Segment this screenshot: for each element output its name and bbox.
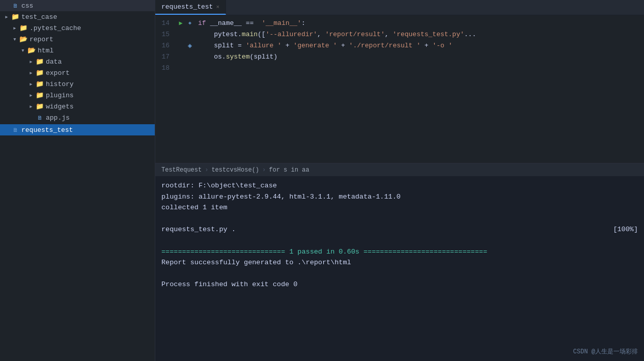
code-content-17: os.system(split): [194, 53, 644, 61]
file-icon: 🗎: [36, 114, 44, 122]
expand-arrow-icon: ▾: [11, 36, 18, 43]
folder-icon: 📁: [36, 69, 44, 77]
breadcrumb-bar: TestRequest › testcvsHose() › for s in a…: [155, 163, 644, 176]
line-number-14: 14: [155, 19, 176, 27]
sidebar-item-report[interactable]: ▾ 📂 report: [0, 34, 155, 45]
code-editor: 14 ▶ ◈ if __name__ == '__main__': 15 pyt…: [155, 15, 644, 163]
folder-icon: 📁: [36, 102, 44, 110]
code-line-15: 15 pytest.main(['--alluredir', 'report/r…: [155, 29, 644, 40]
expand-arrow-icon: ▾: [19, 47, 26, 54]
line-number-18: 18: [155, 64, 176, 72]
breadcrumb-sep-2: ›: [262, 166, 266, 174]
breadcrumb-item-1[interactable]: TestRequest: [161, 166, 202, 174]
folder-icon: 📁: [19, 24, 27, 32]
folder-icon: 📁: [36, 80, 44, 88]
folder-icon: 📁: [36, 58, 44, 66]
folder-icon: 📁: [11, 13, 19, 21]
sidebar-item-label: requests_test: [21, 126, 73, 134]
line-number-15: 15: [155, 31, 176, 38]
sidebar-item-html[interactable]: ▾ 📂 html: [0, 45, 155, 56]
collapse-arrow-icon: ▸: [3, 13, 10, 20]
line-number-17: 17: [155, 53, 176, 61]
folder-icon: 📁: [36, 91, 44, 99]
line-number-16: 16: [155, 42, 176, 49]
sidebar-item-css[interactable]: 🗎 css: [0, 0, 155, 11]
terminal-line-5: requests_test.py .[100%]: [161, 224, 638, 235]
sidebar-file-tree: 🗎 css ▸ 📁 test_case ▸ 📁 .pytest_cache ▾ …: [0, 0, 155, 135]
main-content: requests_test × 14 ▶ ◈ if __name__ == '_…: [155, 0, 644, 361]
sidebar-item-label: html: [38, 47, 53, 54]
spacer-icon: [3, 126, 10, 133]
code-lines: 14 ▶ ◈ if __name__ == '__main__': 15 pyt…: [155, 15, 644, 75]
sidebar-item-label: export: [46, 69, 70, 77]
sidebar-item-label: plugins: [46, 92, 74, 99]
terminal-line-6: [161, 235, 638, 246]
sidebar-item-label: widgets: [46, 103, 74, 110]
code-content-16: split = 'allure ' + 'generate ' + './rep…: [194, 42, 644, 49]
breadcrumb-item-3[interactable]: for s in aa: [269, 166, 309, 174]
run-button[interactable]: ▶: [179, 19, 182, 27]
bookmark-icon-14: ◈: [186, 20, 194, 26]
sidebar: 🗎 css ▸ 📁 test_case ▸ 📁 .pytest_cache ▾ …: [0, 0, 155, 361]
code-line-16: 16 ◈ split = 'allure ' + 'generate ' + '…: [155, 40, 644, 51]
collapse-arrow-icon: ▸: [27, 80, 35, 88]
terminal-line-3: collected 1 item: [161, 202, 638, 213]
file-icon: 🗎: [11, 2, 19, 10]
collapse-arrow-icon: ▸: [11, 24, 18, 32]
code-content-14: if __name__ == '__main__':: [194, 19, 644, 27]
collapse-arrow-icon: ▸: [27, 103, 35, 110]
sidebar-item-plugins[interactable]: ▸ 📁 plugins: [0, 90, 155, 101]
tab-label: requests_test: [161, 3, 213, 11]
sidebar-item-label: .pytest_cache: [30, 24, 81, 32]
collapse-arrow-icon: ▸: [27, 69, 35, 76]
terminal-line-10: Process finished with exit code 0: [161, 279, 638, 290]
sidebar-item-requests-test[interactable]: 🗎 requests_test: [0, 124, 155, 135]
sidebar-item-history[interactable]: ▸ 📁 history: [0, 78, 155, 90]
line-gutter-14[interactable]: ▶: [176, 19, 186, 27]
sidebar-item-test-case[interactable]: ▸ 📁 test_case: [0, 11, 155, 22]
sidebar-item-label: report: [30, 36, 53, 43]
code-content-15: pytest.main(['--alluredir', 'report/resu…: [194, 31, 644, 38]
terminal-line-9: [161, 268, 638, 280]
sidebar-item-export[interactable]: ▸ 📁 export: [0, 67, 155, 78]
sidebar-item-label: data: [46, 58, 62, 66]
breadcrumb-item-2[interactable]: testcvsHose(): [211, 166, 259, 174]
code-line-17: 17 os.system(split): [155, 51, 644, 62]
terminal-line-2: plugins: allure-pytest-2.9.44, html-3.1.…: [161, 191, 638, 203]
folder-open-icon: 📂: [27, 46, 36, 54]
sidebar-item-label: history: [46, 80, 74, 88]
code-line-18: 18: [155, 62, 644, 73]
folder-open-icon: 📂: [19, 35, 27, 43]
tab-close-button[interactable]: ×: [216, 4, 219, 10]
tab-bar: requests_test ×: [155, 0, 644, 15]
terminal-line-4: [161, 213, 638, 225]
terminal-line-8: Report successfully generated to .\repor…: [161, 257, 638, 268]
sidebar-item-widgets[interactable]: ▸ 📁 widgets: [0, 101, 155, 112]
sidebar-item-label: css: [21, 2, 33, 10]
terminal-line-1: rootdir: F:\object\test_case: [161, 180, 638, 191]
spacer-icon: [3, 2, 10, 9]
file-icon: 🗎: [11, 126, 19, 134]
tab-requests-test[interactable]: requests_test ×: [155, 0, 226, 15]
sidebar-item-label: app.js: [46, 114, 70, 122]
breadcrumb-sep-1: ›: [205, 166, 208, 174]
sidebar-item-data[interactable]: ▸ 📁 data: [0, 56, 155, 67]
collapse-arrow-icon: ▸: [27, 92, 35, 99]
sidebar-item-app-js[interactable]: 🗎 app.js: [0, 112, 155, 123]
code-line-14: 14 ▶ ◈ if __name__ == '__main__':: [155, 17, 644, 29]
terminal-line-7: ============================== 1 passed …: [161, 246, 638, 258]
spacer-icon: [27, 114, 35, 121]
sidebar-item-label: test_case: [21, 13, 57, 21]
collapse-arrow-icon: ▸: [27, 58, 35, 65]
sidebar-item-pytest-cache[interactable]: ▸ 📁 .pytest_cache: [0, 22, 155, 34]
terminal[interactable]: rootdir: F:\object\test_case plugins: al…: [155, 176, 644, 361]
